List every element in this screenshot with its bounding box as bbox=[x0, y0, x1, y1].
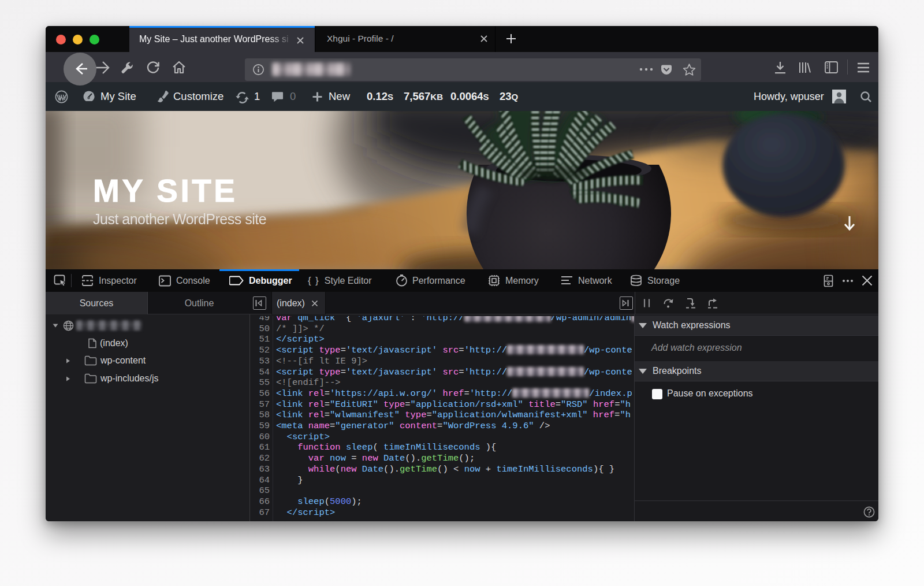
svg-text:Just another WordPress site: Just another WordPress site bbox=[93, 211, 266, 227]
svg-text:MY SITE: MY SITE bbox=[93, 173, 238, 209]
